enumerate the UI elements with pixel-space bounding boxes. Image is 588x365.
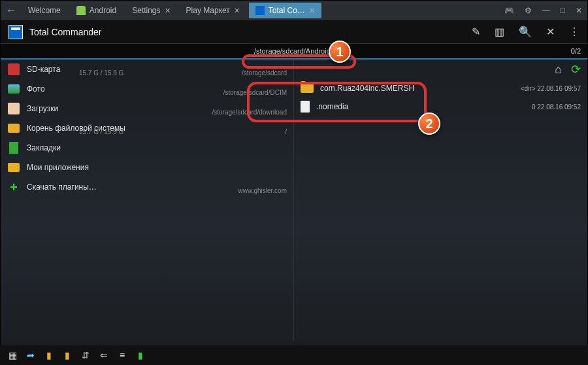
path-count: 0/2: [571, 47, 581, 55]
tab-settings[interactable]: Settings✕: [125, 3, 176, 18]
download-icon: [8, 103, 20, 114]
close-icon[interactable]: ✕: [309, 7, 315, 15]
maximize-icon[interactable]: □: [561, 6, 565, 15]
path-text: /storage/sdcard/Android/obb: [254, 47, 344, 55]
file-row-folder[interactable]: com.Ruaz404inc.SMERSH <dir> 22.08.16 09:…: [294, 79, 587, 97]
tool-list[interactable]: ≡: [116, 349, 128, 361]
gamepad-icon[interactable]: 🎮: [504, 6, 514, 15]
left-item-plugins[interactable]: + Скачать плагины… www.ghisler.com: [1, 177, 293, 197]
path-bar[interactable]: /storage/sdcard/Android/obb 0/2: [1, 44, 587, 60]
search-icon[interactable]: 🔍: [519, 26, 532, 38]
tool-delete[interactable]: ▮: [61, 349, 73, 361]
close-panel-icon[interactable]: ✕: [546, 26, 555, 38]
tab-play-market[interactable]: Play Маркет✕: [180, 3, 246, 18]
tab-total-commander[interactable]: Total Co…✕: [249, 3, 321, 18]
sd-icon: [8, 63, 20, 75]
content: SD-карта 15.7 G / 15.9 G /storage/sdcard…: [1, 60, 587, 341]
left-item-downloads[interactable]: Загрузки /storage/sdcard/download: [1, 99, 293, 118]
close-icon[interactable]: ✕: [234, 7, 240, 15]
tool-sort[interactable]: ⇵: [80, 349, 91, 361]
view-icon[interactable]: ▥: [495, 26, 504, 38]
app-icon: [8, 25, 23, 39]
back-icon[interactable]: ←: [6, 5, 16, 16]
file-row-nomedia[interactable]: .nomedia 0 22.08.16 09:52: [294, 97, 587, 116]
tool-add[interactable]: ▮: [135, 349, 146, 361]
tool-copy[interactable]: ➦: [25, 349, 37, 361]
right-panel: ⌂ ⟳ com.Ruaz404inc.SMERSH <dir> 22.08.16…: [294, 60, 587, 341]
left-item-bookmarks[interactable]: Закладки: [1, 138, 293, 158]
left-item-root[interactable]: Корень файловой системы 15.7 G / 15.9 G …: [1, 118, 293, 138]
tool-pack[interactable]: ▮: [43, 349, 55, 361]
tab-android[interactable]: Android: [70, 3, 123, 18]
close-window-icon[interactable]: ✕: [576, 6, 582, 15]
menu-icon[interactable]: ⋮: [569, 26, 580, 38]
apps-icon: [8, 163, 20, 172]
home-icon[interactable]: ⌂: [555, 63, 562, 77]
tool-back[interactable]: ⇐: [98, 349, 110, 361]
left-item-apps[interactable]: Мои приложения: [1, 158, 293, 177]
emulator-tabbar: ← Welcome Android Settings✕ Play Маркет✕…: [1, 1, 587, 20]
left-item-photo[interactable]: Фото /storage/sdcard/DCIM: [1, 79, 293, 99]
minimize-icon[interactable]: —: [542, 6, 550, 15]
bookmark-icon: [9, 142, 18, 154]
tc-icon: [255, 6, 265, 15]
left-panel: SD-карта 15.7 G / 15.9 G /storage/sdcard…: [1, 60, 294, 341]
folder-icon: [301, 84, 314, 93]
folder-icon: [8, 124, 20, 133]
bottom-toolbar: ▦ ➦ ▮ ▮ ⇵ ⇐ ≡ ▮: [0, 345, 588, 365]
plus-icon: +: [10, 180, 18, 195]
close-icon[interactable]: ✕: [165, 7, 171, 15]
app-title: Total Commander: [29, 27, 102, 37]
tool-select[interactable]: ▦: [7, 349, 18, 361]
tab-welcome[interactable]: Welcome: [22, 3, 67, 18]
gear-icon[interactable]: ⚙: [525, 6, 532, 15]
left-item-sdcard[interactable]: SD-карта 15.7 G / 15.9 G /storage/sdcard: [1, 60, 293, 79]
refresh-icon[interactable]: ⟳: [571, 62, 581, 77]
photo-icon: [8, 84, 20, 94]
android-icon: [76, 6, 86, 15]
file-icon: [301, 101, 310, 113]
app-header: Total Commander ✎ ▥ 🔍 ✕ ⋮: [1, 20, 587, 44]
edit-icon[interactable]: ✎: [472, 26, 480, 38]
